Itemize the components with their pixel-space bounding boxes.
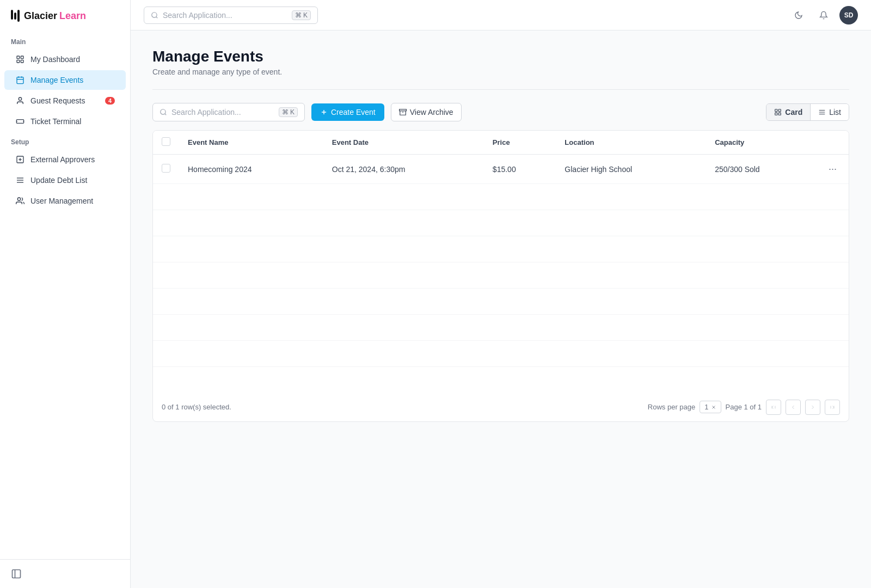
sidebar-item-label: My Dashboard — [30, 55, 80, 64]
svg-point-16 — [17, 198, 20, 200]
sidebar-bottom — [0, 559, 130, 588]
list-view-button[interactable]: List — [811, 104, 849, 120]
svg-point-21 — [161, 109, 165, 114]
capacity-cell: 250/300 Sold — [706, 155, 817, 184]
chevron-up-down-icon — [711, 405, 716, 410]
create-event-label: Create Event — [331, 108, 376, 117]
logo: GlacierLearn — [0, 0, 130, 32]
last-page-button[interactable] — [825, 400, 840, 415]
first-page-button[interactable] — [766, 400, 781, 415]
sidebar-item-user-management[interactable]: User Management — [4, 191, 126, 211]
row-checkbox-cell[interactable] — [153, 155, 179, 184]
divider — [152, 89, 849, 90]
user-avatar[interactable]: SD — [839, 6, 858, 24]
toolbar-search-shortcut: ⌘ K — [279, 107, 298, 117]
logo-icon — [11, 10, 20, 22]
logo-text-learn: Learn — [59, 10, 86, 22]
svg-line-20 — [156, 16, 158, 18]
svg-rect-27 — [775, 109, 777, 112]
list-view-icon — [818, 108, 826, 116]
sidebar-item-manage-events[interactable]: Manage Events — [4, 70, 126, 90]
selection-status: 0 of 1 row(s) selected. — [162, 403, 231, 411]
first-page-icon — [770, 404, 777, 411]
main-content: Search Application... ⌘ K SD Manage Even… — [131, 0, 871, 588]
topbar-right: SD — [789, 6, 858, 24]
topbar: Search Application... ⌘ K SD — [131, 0, 871, 30]
plus-icon — [320, 108, 328, 116]
moon-icon — [794, 11, 803, 20]
view-archive-label: View Archive — [410, 108, 453, 117]
topbar-search[interactable]: Search Application... ⌘ K — [144, 7, 318, 24]
row-checkbox[interactable] — [162, 164, 170, 173]
list-view-label: List — [829, 108, 841, 117]
sidebar-item-label: Manage Events — [30, 76, 83, 84]
dashboard-icon — [15, 54, 25, 64]
event-name-header: Event Name — [179, 131, 323, 155]
external-approvers-icon — [15, 155, 25, 164]
sidebar-item-guest-requests[interactable]: Guest Requests 4 — [4, 91, 126, 111]
sidebar-item-update-debt-list[interactable]: Update Debt List — [4, 170, 126, 190]
svg-point-8 — [19, 97, 21, 100]
location-header: Location — [556, 131, 706, 155]
sidebar-item-external-approvers[interactable]: External Approvers — [4, 150, 126, 169]
capacity-header: Capacity — [706, 131, 817, 155]
sidebar-item-label: Guest Requests — [30, 96, 85, 105]
svg-rect-9 — [16, 120, 23, 124]
page-info: Page 1 of 1 — [726, 403, 762, 411]
svg-point-19 — [152, 12, 157, 17]
table-row: Homecoming 2024 Oct 21, 2024, 6:30pm $15… — [153, 155, 849, 184]
empty-row — [153, 236, 849, 262]
svg-rect-28 — [778, 109, 781, 112]
pagination: Rows per page 1 Page 1 of 1 — [648, 400, 840, 415]
guest-requests-badge: 4 — [105, 97, 115, 105]
rows-per-page-control: Rows per page 1 — [648, 401, 721, 413]
bell-icon — [819, 11, 828, 20]
sidebar-item-dashboard[interactable]: My Dashboard — [4, 50, 126, 69]
actions-header — [817, 131, 849, 155]
svg-rect-17 — [13, 570, 21, 578]
checkbox-header[interactable] — [153, 131, 179, 155]
page-subtitle: Create and manage any type of event. — [152, 68, 849, 76]
toolbar: Search Application... ⌘ K Create Event V… — [152, 103, 849, 121]
sidebar-item-label: External Approvers — [30, 155, 95, 164]
card-view-button[interactable]: Card — [766, 104, 811, 120]
rows-per-page-label: Rows per page — [648, 403, 695, 411]
toolbar-search[interactable]: Search Application... ⌘ K — [152, 103, 305, 121]
guest-requests-icon — [15, 96, 25, 106]
logo-text-glacier: Glacier — [24, 10, 57, 22]
next-page-button[interactable] — [805, 400, 820, 415]
page-title: Manage Events — [152, 48, 849, 65]
view-archive-button[interactable]: View Archive — [391, 103, 462, 121]
create-event-button[interactable]: Create Event — [311, 103, 384, 121]
user-management-icon — [15, 196, 25, 206]
toolbar-search-icon — [160, 108, 167, 116]
notifications-button[interactable] — [814, 6, 833, 24]
svg-rect-30 — [778, 113, 781, 115]
svg-rect-3 — [21, 60, 23, 63]
card-view-label: Card — [785, 108, 802, 117]
svg-rect-4 — [17, 77, 23, 84]
location-cell: Glacier High School — [556, 155, 706, 184]
dark-mode-button[interactable] — [789, 6, 808, 24]
chevron-right-icon — [809, 404, 816, 411]
sidebar: GlacierLearn Main My Dashboard Manage Ev… — [0, 0, 131, 588]
topbar-search-placeholder: Search Application... — [163, 11, 287, 20]
rows-per-page-select[interactable]: 1 — [700, 401, 721, 413]
row-actions-button[interactable]: ··· — [825, 162, 840, 176]
card-view-icon — [774, 108, 782, 116]
price-header: Price — [484, 131, 556, 155]
empty-row — [153, 341, 849, 367]
svg-line-22 — [165, 114, 167, 115]
last-page-icon — [829, 404, 836, 411]
content-area: Manage Events Create and manage any type… — [131, 30, 871, 588]
empty-row — [153, 289, 849, 315]
sidebar-item-ticket-terminal[interactable]: Ticket Terminal — [4, 112, 126, 131]
prev-page-button[interactable] — [786, 400, 801, 415]
collapse-sidebar-button[interactable] — [11, 568, 119, 579]
table-footer: 0 of 1 row(s) selected. Rows per page 1 … — [153, 393, 849, 421]
svg-rect-2 — [17, 60, 20, 63]
empty-row — [153, 210, 849, 236]
select-all-checkbox[interactable] — [162, 137, 170, 146]
empty-row — [153, 262, 849, 289]
actions-cell[interactable]: ··· — [817, 155, 849, 184]
